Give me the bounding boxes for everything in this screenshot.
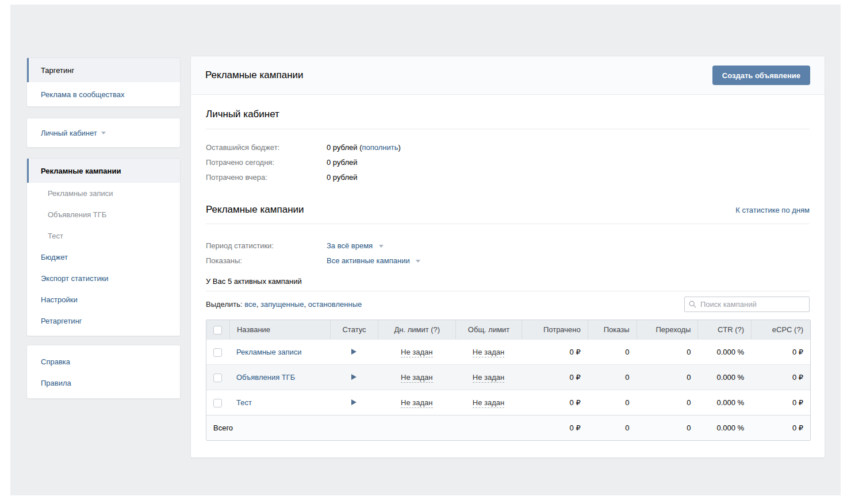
impressions-value: 0 <box>588 364 637 390</box>
daily-limit-value[interactable]: Не задан <box>401 398 432 408</box>
panel-header: Рекламные кампании Создать объявление <box>191 56 825 95</box>
clicks-value: 0 <box>637 339 698 364</box>
select-stopped-link[interactable]: остановленные <box>308 300 362 309</box>
sidebar-subitem-ad-posts[interactable]: Рекламные записи <box>27 183 180 204</box>
campaigns-section-title: Рекламные кампании <box>206 204 304 216</box>
sidebar-top-menu: Таргетинг Реклама в сообществах <box>26 57 181 107</box>
col-header-ctr[interactable]: CTR (?) <box>697 320 751 339</box>
sidebar-item-community-ads[interactable]: Реклама в сообществах <box>27 82 180 106</box>
play-icon[interactable] <box>351 374 356 380</box>
cabinet-dropdown-label: Личный кабинет <box>41 129 97 137</box>
sidebar-item-label: Реклама в сообществах <box>41 90 125 99</box>
cabinet-dropdown[interactable]: Личный кабинет <box>27 118 180 147</box>
col-header-status: Статус <box>330 320 378 339</box>
divider <box>206 291 810 291</box>
ctr-value: 0.000 % <box>697 339 751 364</box>
row-checkbox[interactable] <box>213 374 222 382</box>
campaign-name-link[interactable]: Рекламные записи <box>236 348 302 356</box>
chevron-down-icon <box>379 245 384 248</box>
table-row: Объявления ТГБ Не задан Не задан 0 ₽ 0 0… <box>206 364 810 390</box>
search-input[interactable] <box>684 297 810 312</box>
ecpc-value: 0 ₽ <box>751 364 810 390</box>
sidebar-item-rules[interactable]: Правила <box>27 372 180 394</box>
sidebar-item-campaigns[interactable]: Рекламные кампании <box>27 159 180 183</box>
ctr-value: 0.000 % <box>697 364 751 390</box>
budget-row-spent-today: Потрачено сегодня: 0 рублей <box>206 155 810 170</box>
col-header-clicks: Переходы <box>637 320 698 339</box>
shown-dropdown[interactable]: Все активные кампании <box>327 253 420 268</box>
ads-cabinet-page: Таргетинг Реклама в сообществах Личный к… <box>0 0 851 504</box>
sidebar-footer-menu: Справка Правила <box>26 345 181 399</box>
row-checkbox[interactable] <box>213 348 222 357</box>
impressions-value: 0 <box>588 390 637 415</box>
ctr-value: 0.000 % <box>697 390 751 415</box>
select-all-link[interactable]: все <box>244 300 256 309</box>
spent-value: 0 ₽ <box>522 390 588 415</box>
total-limit-value[interactable]: Не задан <box>473 398 504 408</box>
budget-amount: 0 рублей <box>327 143 358 152</box>
sidebar-subitem-test[interactable]: Тест <box>27 225 180 247</box>
sidebar-item-help[interactable]: Справка <box>27 351 180 372</box>
ecpc-value: 0 ₽ <box>751 390 810 415</box>
sidebar-cabinet-selector: Личный кабинет <box>26 118 181 148</box>
sidebar-item-label: Бюджет <box>41 253 68 261</box>
sidebar-item-retargeting[interactable]: Ретаргетинг <box>27 310 180 332</box>
topup-link[interactable]: пополнить <box>362 143 398 152</box>
comma: , <box>256 300 259 309</box>
budget-row-spent-yesterday: Потрачено вчера: 0 рублей <box>206 170 810 185</box>
sidebar-nav: Рекламные кампании Рекламные записи Объя… <box>26 158 181 336</box>
sidebar-item-targeting[interactable]: Таргетинг <box>27 58 180 82</box>
sidebar-item-label: Правила <box>41 379 71 387</box>
daily-stats-link[interactable]: К статистике по дням <box>735 206 810 214</box>
campaign-name-link[interactable]: Объявления ТГБ <box>236 373 295 382</box>
filter-label: Период статистики: <box>206 238 327 253</box>
period-dropdown[interactable]: За всё время <box>327 238 384 253</box>
filter-label: Показаны: <box>206 253 327 268</box>
total-limit-value[interactable]: Не задан <box>473 348 504 357</box>
col-header-daily-limit[interactable]: Дн. лимит (?) <box>378 320 455 339</box>
chevron-down-icon <box>416 260 420 263</box>
play-icon[interactable] <box>351 399 356 405</box>
sidebar-item-label: Рекламные кампании <box>41 167 121 175</box>
total-ctr: 0.000 % <box>697 415 751 440</box>
clicks-value: 0 <box>637 390 698 415</box>
total-ecpc: 0 ₽ <box>751 415 810 440</box>
daily-limit-value[interactable]: Не задан <box>401 373 432 383</box>
budget-value: 0 рублей <box>327 170 358 185</box>
campaigns-table: Название Статус Дн. лимит (?) Общ. лимит… <box>206 320 811 441</box>
daily-limit-value[interactable]: Не задан <box>401 348 432 357</box>
select-running-link[interactable]: запущенные <box>260 300 304 309</box>
table-total-row: Всего 0 ₽ 0 0 0.000 % 0 ₽ <box>206 415 810 440</box>
table-row: Рекламные записи Не задан Не задан 0 ₽ 0… <box>206 339 810 364</box>
chevron-down-icon <box>101 132 106 134</box>
play-icon[interactable] <box>351 349 356 355</box>
table-header-row: Название Статус Дн. лимит (?) Общ. лимит… <box>206 320 810 339</box>
row-checkbox[interactable] <box>213 399 222 407</box>
spent-value: 0 ₽ <box>522 364 588 390</box>
clicks-value: 0 <box>637 364 698 390</box>
sidebar-subitem-tgb-ads[interactable]: Объявления ТГБ <box>27 204 180 225</box>
shown-dropdown-value: Все активные кампании <box>327 256 410 265</box>
sidebar-item-export-stats[interactable]: Экспорт статистики <box>27 268 180 289</box>
ecpc-value: 0 ₽ <box>751 339 810 364</box>
impressions-value: 0 <box>588 339 637 364</box>
budget-summary: Оставшийся бюджет: 0 рублей (пополнить) … <box>206 140 810 185</box>
sidebar-item-label: Ретаргетинг <box>41 317 82 325</box>
col-header-total-limit: Общ. лимит <box>455 320 522 339</box>
campaigns-section-head: Рекламные кампании К статистике по дням <box>206 204 810 216</box>
table-row: Тест Не задан Не задан 0 ₽ 0 0 0.000 % 0… <box>206 390 810 415</box>
budget-label: Оставшийся бюджет: <box>206 140 327 155</box>
total-limit-value[interactable]: Не задан <box>473 373 504 383</box>
select-all-checkbox[interactable] <box>213 326 222 334</box>
sidebar-item-settings[interactable]: Настройки <box>27 289 180 310</box>
select-label: Выделить: <box>206 300 243 309</box>
create-ad-button[interactable]: Создать объявление <box>712 66 810 85</box>
budget-value: 0 рублей <box>327 155 358 170</box>
filter-period-row: Период статистики: За всё время <box>206 238 810 253</box>
budget-label: Потрачено вчера: <box>206 170 327 185</box>
sidebar-item-budget[interactable]: Бюджет <box>27 247 180 268</box>
filter-shown-row: Показаны: Все активные кампании <box>206 253 810 268</box>
campaign-name-link[interactable]: Тест <box>236 398 252 407</box>
page-title: Рекламные кампании <box>205 70 304 81</box>
col-header-ecpc[interactable]: eCPC (?) <box>751 320 810 339</box>
